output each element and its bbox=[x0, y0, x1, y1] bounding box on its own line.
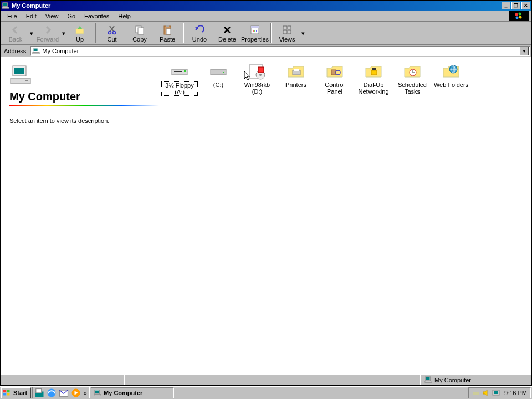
back-dropdown[interactable]: ▾ bbox=[29, 30, 34, 37]
control-panel-icon[interactable]: Control Panel bbox=[315, 62, 354, 97]
forward-button[interactable]: Forward bbox=[34, 22, 62, 44]
status-panel-1 bbox=[1, 375, 125, 385]
svg-rect-16 bbox=[251, 26, 259, 28]
info-description: Select an item to view its description. bbox=[9, 117, 151, 124]
web-folders-folder-icon bbox=[442, 63, 460, 80]
drive-c-icon[interactable]: (C:) bbox=[199, 62, 238, 97]
address-dropdown[interactable]: ▼ bbox=[520, 47, 529, 55]
svg-rect-46 bbox=[372, 68, 376, 70]
svg-rect-56 bbox=[7, 393, 9, 395]
maximize-button[interactable]: ❐ bbox=[511, 2, 520, 9]
tray-volume-icon[interactable] bbox=[482, 389, 490, 397]
my-computer-icon bbox=[424, 376, 432, 385]
throbber-icon bbox=[509, 11, 529, 21]
svg-rect-45 bbox=[371, 70, 377, 75]
scheduled-tasks-folder-icon bbox=[403, 63, 421, 80]
cut-button[interactable]: Cut bbox=[98, 22, 126, 44]
svg-point-5 bbox=[516, 16, 519, 19]
menu-help[interactable]: Help bbox=[114, 12, 135, 21]
undo-button[interactable]: Undo bbox=[186, 22, 213, 44]
views-icon bbox=[282, 24, 293, 35]
system-tray: 9:16 PM bbox=[468, 387, 531, 398]
svg-point-6 bbox=[519, 16, 522, 18]
minimize-button[interactable]: _ bbox=[502, 2, 510, 9]
paste-button[interactable]: Paste bbox=[154, 22, 181, 44]
views-button[interactable]: Views bbox=[273, 22, 301, 44]
tray-display-icon[interactable] bbox=[492, 389, 500, 397]
svg-rect-26 bbox=[33, 53, 39, 54]
back-label: Back bbox=[9, 36, 22, 43]
svg-rect-54 bbox=[7, 390, 9, 392]
svg-rect-25 bbox=[34, 49, 38, 51]
titlebar[interactable]: My Computer _ ❐ ✕ bbox=[1, 1, 531, 11]
status-panel-3: My Computer bbox=[421, 375, 531, 385]
delete-button[interactable]: Delete bbox=[213, 22, 241, 44]
copy-button[interactable]: Copy bbox=[126, 22, 154, 44]
menu-file[interactable]: File bbox=[3, 12, 22, 21]
status-panel-2 bbox=[125, 375, 421, 385]
web-folders-icon[interactable]: Web Folders bbox=[432, 62, 470, 97]
drive-d-icon[interactable]: Win98rkb (D:) bbox=[238, 62, 277, 97]
ie-icon[interactable] bbox=[46, 388, 57, 398]
views-dropdown[interactable]: ▾ bbox=[301, 30, 305, 37]
back-arrow-icon bbox=[10, 24, 21, 35]
svg-rect-41 bbox=[293, 70, 300, 75]
svg-point-17 bbox=[253, 30, 254, 32]
floppy-a-icon[interactable]: 3½ Floppy (A:) bbox=[160, 62, 199, 97]
svg-rect-14 bbox=[166, 29, 171, 34]
svg-rect-21 bbox=[288, 26, 291, 29]
color-stripe bbox=[9, 105, 159, 106]
up-folder-icon bbox=[74, 24, 85, 35]
drive-c-label: (C:) bbox=[213, 81, 223, 88]
dialup-label: Dial-Up Networking bbox=[355, 81, 392, 95]
my-computer-icon bbox=[2, 2, 9, 9]
outlook-icon[interactable] bbox=[58, 388, 69, 398]
svg-point-9 bbox=[113, 31, 116, 34]
svg-rect-22 bbox=[283, 30, 287, 34]
menu-go[interactable]: Go bbox=[63, 12, 80, 21]
window-title: My Computer bbox=[12, 2, 500, 9]
separator bbox=[95, 23, 96, 43]
svg-rect-11 bbox=[138, 28, 144, 34]
tray-clock[interactable]: 9:16 PM bbox=[502, 390, 527, 396]
svg-rect-40 bbox=[258, 67, 264, 73]
quick-launch-more[interactable]: » bbox=[83, 390, 88, 396]
svg-rect-33 bbox=[184, 70, 186, 72]
dialup-icon[interactable]: Dial-Up Networking bbox=[354, 62, 393, 97]
svg-rect-23 bbox=[288, 30, 291, 34]
taskbar-my-computer[interactable]: My Computer bbox=[91, 387, 174, 398]
properties-button[interactable]: Properties bbox=[241, 22, 269, 44]
svg-rect-42 bbox=[294, 69, 299, 71]
up-button[interactable]: Up bbox=[66, 22, 94, 44]
taskbar-item-label: My Computer bbox=[104, 390, 142, 396]
show-desktop-icon[interactable] bbox=[34, 388, 45, 398]
cut-label: Cut bbox=[107, 36, 116, 43]
menu-view[interactable]: View bbox=[41, 12, 63, 21]
tray-icon-1[interactable] bbox=[472, 389, 480, 397]
address-field[interactable]: My Computer ▼ bbox=[30, 46, 530, 56]
svg-rect-52 bbox=[425, 381, 432, 382]
icon-area[interactable]: 3½ Floppy (A:) (C:) Win98rkb (D:) Printe… bbox=[160, 57, 531, 374]
floppy-a-label: 3½ Floppy (A:) bbox=[161, 81, 198, 96]
svg-point-18 bbox=[254, 30, 255, 32]
hdd-icon bbox=[209, 63, 227, 80]
svg-rect-2 bbox=[2, 7, 9, 9]
address-value: My Computer bbox=[42, 48, 518, 54]
media-player-icon[interactable] bbox=[70, 388, 81, 398]
start-button[interactable]: Start bbox=[1, 387, 31, 398]
close-button[interactable]: ✕ bbox=[521, 2, 530, 9]
printers-icon[interactable]: Printers bbox=[277, 62, 315, 97]
scheduled-tasks-icon[interactable]: Scheduled Tasks bbox=[393, 62, 432, 97]
menu-favorites[interactable]: Favorites bbox=[80, 12, 114, 21]
svg-rect-28 bbox=[14, 68, 24, 74]
separator bbox=[270, 23, 272, 43]
svg-rect-51 bbox=[426, 377, 430, 379]
start-label: Start bbox=[13, 390, 27, 396]
my-computer-large-icon bbox=[9, 64, 32, 86]
svg-rect-30 bbox=[25, 80, 28, 81]
address-label: Address bbox=[2, 48, 28, 54]
svg-point-19 bbox=[256, 30, 257, 32]
menu-edit[interactable]: Edit bbox=[22, 12, 41, 21]
back-button[interactable]: Back bbox=[2, 22, 29, 44]
forward-dropdown[interactable]: ▾ bbox=[62, 30, 66, 37]
